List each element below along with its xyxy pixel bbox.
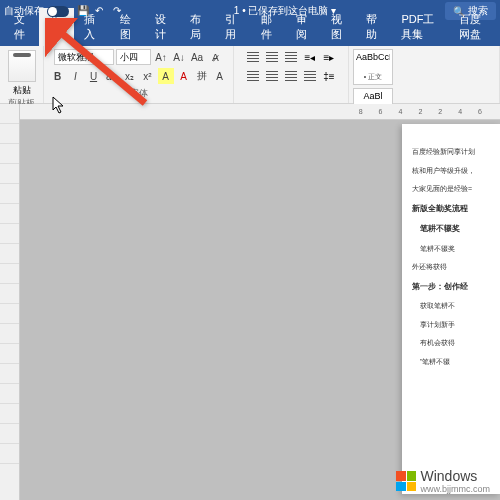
- superscript-button[interactable]: x²: [140, 68, 156, 84]
- grow-font-icon[interactable]: A↑: [153, 49, 169, 65]
- toggle-switch-icon[interactable]: [47, 6, 69, 17]
- bold-button[interactable]: B: [50, 68, 66, 84]
- watermark: Windows www.bjjmmc.com: [396, 468, 490, 494]
- doc-heading: 新版全勤奖流程: [412, 202, 495, 216]
- watermark-url: www.bjjmmc.com: [420, 484, 490, 494]
- align-center-icon[interactable]: [263, 68, 281, 84]
- font-size-select[interactable]: [116, 49, 151, 65]
- tab-baidu-disk[interactable]: 百度网盘: [449, 8, 499, 46]
- style-preview: AaBbCcD: [356, 52, 390, 70]
- font-name-select[interactable]: [54, 49, 114, 65]
- align-left-icon[interactable]: [244, 68, 262, 84]
- document-area[interactable]: 8 6 4 2 2 4 6 百度经验新同享计划 核和用户等级升级， 大家见面的是…: [20, 104, 500, 500]
- paste-label: 粘贴: [8, 84, 36, 97]
- horizontal-ruler[interactable]: 8 6 4 2 2 4 6: [20, 104, 500, 120]
- doc-line: 笔耕不辍奖: [412, 243, 495, 256]
- paste-button[interactable]: 粘贴: [8, 48, 36, 97]
- ruler-mark: 2: [438, 108, 442, 115]
- clipboard-icon: [8, 50, 36, 82]
- tab-references[interactable]: 引用: [215, 8, 250, 46]
- cursor-icon: [52, 96, 66, 117]
- align-right-icon[interactable]: [282, 68, 300, 84]
- bullets-icon[interactable]: [244, 49, 262, 65]
- decrease-indent-icon[interactable]: ≡◂: [301, 49, 319, 65]
- ruler-mark: 4: [458, 108, 462, 115]
- ruler-mark: 4: [398, 108, 402, 115]
- tab-help[interactable]: 帮助: [356, 8, 391, 46]
- doc-line: 有机会获得: [412, 337, 495, 350]
- clipboard-group: 粘贴 剪贴板: [0, 46, 44, 103]
- doc-line: 笔耕不辍奖: [412, 222, 495, 236]
- tab-layout[interactable]: 布局: [180, 8, 215, 46]
- italic-button[interactable]: I: [68, 68, 84, 84]
- style-name: • 正文: [356, 72, 390, 82]
- ribbon-tabs: 文件 开始 插入 绘图 设计 布局 引用 邮件 审阅 视图 帮助 PDF工具集 …: [0, 22, 500, 46]
- ribbon: 粘贴 剪贴板 A↑ A↓ Aa A̷ B I U ab x₂ x² A A 拼 …: [0, 46, 500, 104]
- line-spacing-icon[interactable]: ‡≡: [320, 68, 338, 84]
- tab-design[interactable]: 设计: [145, 8, 180, 46]
- justify-icon[interactable]: [301, 68, 319, 84]
- tab-view[interactable]: 视图: [321, 8, 356, 46]
- ruler-mark: 8: [359, 108, 363, 115]
- document-workspace: 8 6 4 2 2 4 6 百度经验新同享计划 核和用户等级升级， 大家见面的是…: [0, 104, 500, 500]
- multilevel-icon[interactable]: [282, 49, 300, 65]
- subscript-button[interactable]: x₂: [122, 68, 138, 84]
- doc-line: 外还将获得: [412, 261, 495, 274]
- doc-line: 大家见面的是经验=: [412, 183, 495, 196]
- numbering-icon[interactable]: [263, 49, 281, 65]
- ruler-mark: 6: [379, 108, 383, 115]
- font-color-button[interactable]: A: [176, 68, 192, 84]
- doc-line: 百度经验新同享计划: [412, 146, 495, 159]
- doc-line: 获取笔耕不: [412, 300, 495, 313]
- underline-button[interactable]: U: [86, 68, 102, 84]
- ruler-mark: 6: [478, 108, 482, 115]
- doc-line: 核和用户等级升级，: [412, 165, 495, 178]
- tab-insert[interactable]: 插入: [74, 8, 109, 46]
- ruler-mark: 2: [418, 108, 422, 115]
- tab-file[interactable]: 文件: [4, 8, 39, 46]
- tab-mailings[interactable]: 邮件: [251, 8, 286, 46]
- tab-draw[interactable]: 绘图: [110, 8, 145, 46]
- change-case-icon[interactable]: Aa: [189, 49, 205, 65]
- style-normal[interactable]: AaBbCcD • 正文: [353, 49, 393, 85]
- clear-format-icon[interactable]: A̷: [207, 49, 223, 65]
- pinyin-button[interactable]: 拼: [194, 68, 210, 84]
- font-group: A↑ A↓ Aa A̷ B I U ab x₂ x² A A 拼 A 字体: [44, 46, 234, 103]
- font-group-label: 字体: [130, 87, 148, 100]
- tab-pdf-tools[interactable]: PDF工具集: [391, 8, 449, 46]
- windows-logo-icon: [396, 471, 416, 491]
- watermark-brand: Windows: [420, 468, 490, 484]
- doc-line: 享计划新手: [412, 319, 495, 332]
- tab-review[interactable]: 审阅: [286, 8, 321, 46]
- border-char-button[interactable]: A: [212, 68, 228, 84]
- doc-line: "笔耕不辍: [412, 356, 495, 369]
- vertical-ruler[interactable]: [0, 104, 20, 500]
- doc-heading: 第一步：创作经: [412, 280, 495, 294]
- document-page[interactable]: 百度经验新同享计划 核和用户等级升级， 大家见面的是经验= 新版全勤奖流程 笔耕…: [402, 124, 500, 494]
- styles-group: AaBbCcD • 正文 AaBl • 无: [349, 46, 500, 103]
- highlight-button[interactable]: A: [158, 68, 174, 84]
- paragraph-group: ≡◂ ≡▸ ‡≡: [234, 46, 349, 103]
- strikethrough-button[interactable]: ab: [104, 68, 120, 84]
- increase-indent-icon[interactable]: ≡▸: [320, 49, 338, 65]
- shrink-font-icon[interactable]: A↓: [171, 49, 187, 65]
